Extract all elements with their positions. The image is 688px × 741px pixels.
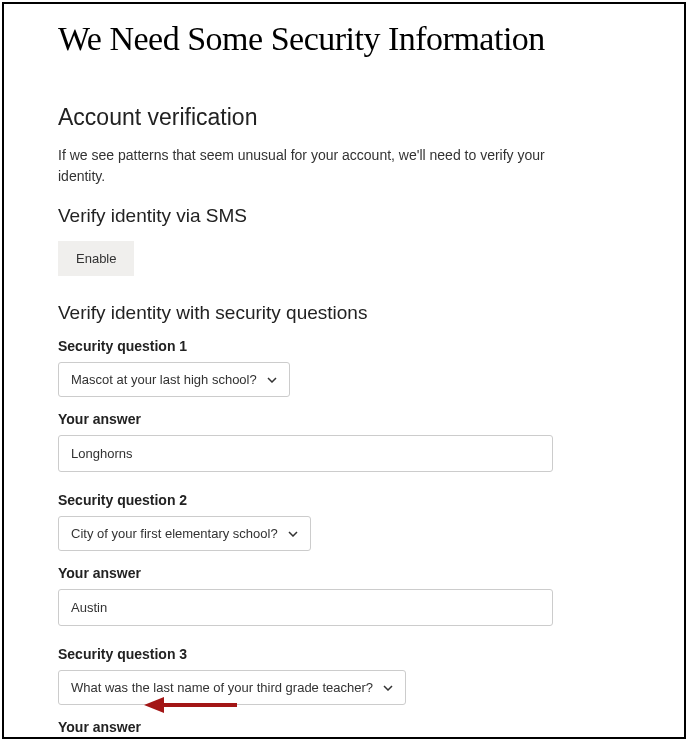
answer-3-label: Your answer [58,719,630,735]
chevron-down-icon [267,377,277,383]
sms-heading: Verify identity via SMS [58,205,630,227]
account-verification-heading: Account verification [58,104,630,131]
question-3-selected-text: What was the last name of your third gra… [71,680,373,695]
question-3-select[interactable]: What was the last name of your third gra… [58,670,406,705]
question-2-label: Security question 2 [58,492,630,508]
question-1-selected-text: Mascot at your last high school? [71,372,257,387]
question-1-label: Security question 1 [58,338,630,354]
enable-sms-button[interactable]: Enable [58,241,134,276]
question-3-label: Security question 3 [58,646,630,662]
answer-2-label: Your answer [58,565,630,581]
question-2-selected-text: City of your first elementary school? [71,526,278,541]
verification-description: If we see patterns that seem unusual for… [58,145,578,187]
chevron-down-icon [288,531,298,537]
answer-1-label: Your answer [58,411,630,427]
question-2-select[interactable]: City of your first elementary school? [58,516,311,551]
page-title: We Need Some Security Information [58,20,630,58]
answer-2-input[interactable] [58,589,553,626]
question-1-select[interactable]: Mascot at your last high school? [58,362,290,397]
security-questions-heading: Verify identity with security questions [58,302,630,324]
chevron-down-icon [383,685,393,691]
answer-1-input[interactable] [58,435,553,472]
